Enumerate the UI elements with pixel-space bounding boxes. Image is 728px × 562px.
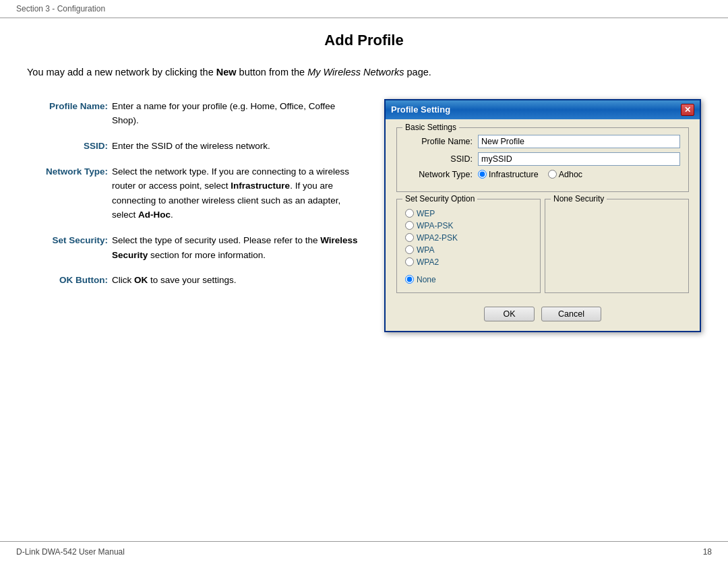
security-wpa-label: WPA	[417, 245, 434, 255]
term-set-security: Set Security: Select the type of securit…	[27, 233, 364, 262]
radio-wpa-psk[interactable]	[405, 221, 414, 230]
ssid-input[interactable]	[478, 152, 680, 166]
radio-infrastructure-input[interactable]	[478, 170, 487, 179]
term-def-ssid: Enter the SSID of the wireless network.	[112, 139, 364, 154]
term-label-ok-button: OK Button:	[27, 273, 108, 288]
security-wep-label: WEP	[417, 209, 435, 218]
intro-bold: New	[216, 67, 237, 77]
content-columns: Profile Name: Enter a name for your prof…	[27, 99, 701, 332]
dialog-titlebar: Profile Setting ✕	[386, 100, 700, 119]
radio-adhoc[interactable]: Adhoc	[548, 170, 582, 179]
dialog-buttons: OK Cancel	[396, 307, 689, 321]
security-wpa-psk[interactable]: WPA-PSK	[405, 221, 532, 230]
term-def-network-type: Select the network type. If you are conn…	[112, 164, 364, 222]
radio-adhoc-label: Adhoc	[559, 170, 582, 179]
security-wpa2[interactable]: WPA2	[405, 257, 532, 267]
security-options-list: WEP WPA-PSK WPA2-PSK	[405, 206, 532, 284]
term-ok-button: OK Button: Click OK to save your setting…	[27, 273, 364, 288]
dialog-window: Profile Setting ✕ Basic Settings Profile…	[384, 99, 701, 332]
right-column: Profile Setting ✕ Basic Settings Profile…	[384, 99, 701, 332]
profile-name-label: Profile Name:	[405, 137, 473, 146]
main-content: Add Profile You may add a new network by…	[0, 18, 728, 541]
intro-paragraph: You may add a new network by clicking th…	[27, 65, 701, 80]
top-bar: Section 3 - Configuration	[0, 0, 728, 18]
intro-mid: button from the	[237, 67, 308, 77]
radio-wpa[interactable]	[405, 245, 414, 254]
none-security-group: None Security	[545, 199, 689, 293]
profile-name-row: Profile Name:	[405, 135, 680, 148]
radio-adhoc-input[interactable]	[548, 170, 557, 179]
footer-left: D-Link DWA-542 User Manual	[16, 547, 125, 557]
network-type-row: Network Type: Infrastructure Adhoc	[405, 170, 680, 179]
radio-infrastructure-label: Infrastructure	[489, 170, 539, 179]
network-type-label: Network Type:	[405, 170, 473, 179]
security-wpa2-psk[interactable]: WPA2-PSK	[405, 233, 532, 243]
footer: D-Link DWA-542 User Manual 18	[0, 541, 728, 562]
page-title: Add Profile	[27, 32, 701, 49]
radio-infrastructure[interactable]: Infrastructure	[478, 170, 539, 179]
term-def-set-security: Select the type of security used. Please…	[112, 233, 364, 262]
ok-button[interactable]: OK	[484, 307, 535, 321]
ssid-label: SSID:	[405, 154, 473, 164]
intro-italic: My Wireless Networks	[307, 67, 404, 77]
radio-none[interactable]	[405, 275, 414, 284]
security-wep[interactable]: WEP	[405, 209, 532, 218]
dialog-title: Profile Setting	[391, 104, 450, 115]
basic-settings-group: Basic Settings Profile Name: SSID: Netwo	[396, 127, 689, 192]
term-label-network-type: Network Type:	[27, 164, 108, 222]
term-def-profile-name: Enter a name for your profile (e.g. Home…	[112, 99, 364, 128]
security-none[interactable]: None	[405, 275, 532, 284]
basic-settings-label: Basic Settings	[402, 123, 459, 132]
term-network-type: Network Type: Select the network type. I…	[27, 164, 364, 222]
security-wpa2-psk-label: WPA2-PSK	[417, 233, 458, 243]
term-def-ok-button: Click OK to save your settings.	[112, 273, 364, 288]
set-security-group: Set Security Option WEP WPA-PSK	[396, 199, 541, 293]
security-wpa2-label: WPA2	[417, 257, 439, 267]
term-ssid: SSID: Enter the SSID of the wireless net…	[27, 139, 364, 154]
intro-post: page.	[404, 67, 431, 77]
term-label-ssid: SSID:	[27, 139, 108, 154]
none-security-label: None Security	[551, 194, 607, 204]
security-none-label: None	[417, 275, 436, 284]
set-security-label: Set Security Option	[402, 194, 477, 204]
term-label-set-security: Set Security:	[27, 233, 108, 262]
breadcrumb: Section 3 - Configuration	[16, 4, 105, 13]
radio-wpa2[interactable]	[405, 257, 414, 266]
security-section: Set Security Option WEP WPA-PSK	[396, 199, 689, 300]
dialog-body: Basic Settings Profile Name: SSID: Netwo	[386, 119, 700, 331]
intro-pre: You may add a new network by clicking th…	[27, 67, 216, 77]
term-profile-name: Profile Name: Enter a name for your prof…	[27, 99, 364, 128]
radio-wpa2-psk[interactable]	[405, 233, 414, 242]
footer-right: 18	[703, 547, 712, 557]
security-wpa-psk-label: WPA-PSK	[417, 221, 453, 230]
security-wpa[interactable]: WPA	[405, 245, 532, 255]
ssid-row: SSID:	[405, 152, 680, 166]
term-label-profile-name: Profile Name:	[27, 99, 108, 128]
cancel-button[interactable]: Cancel	[541, 307, 601, 321]
profile-name-input[interactable]	[478, 135, 680, 148]
dialog-close-button[interactable]: ✕	[681, 104, 694, 116]
radio-wep[interactable]	[405, 209, 414, 218]
page-wrapper: Section 3 - Configuration Add Profile Yo…	[0, 0, 728, 562]
left-column: Profile Name: Enter a name for your prof…	[27, 99, 364, 299]
network-type-options: Infrastructure Adhoc	[478, 170, 582, 179]
